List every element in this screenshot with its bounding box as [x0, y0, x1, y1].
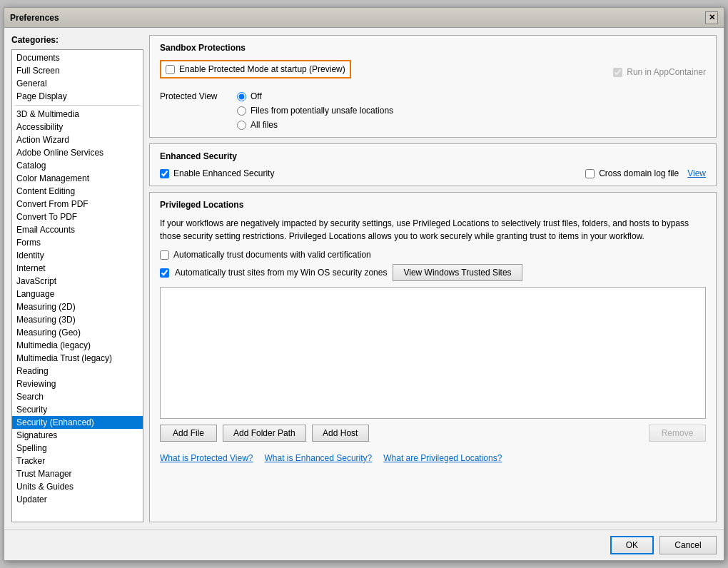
sidebar-item-action-wizard[interactable]: Action Wizard — [12, 133, 143, 146]
radio-all-files[interactable] — [237, 121, 246, 130]
view-trusted-sites-button[interactable]: View Windows Trusted Sites — [393, 264, 522, 281]
sidebar-item-convert-to-pdf[interactable]: Convert To PDF — [12, 211, 143, 223]
categories-list: Documents Full Screen General Page Displ… — [11, 49, 143, 522]
radio-off-label[interactable]: Off — [251, 91, 262, 101]
radio-files-unsafe[interactable] — [237, 106, 246, 116]
what-is-enhanced-security-link[interactable]: What is Enhanced Security? — [265, 453, 373, 463]
radio-all-files-row: All files — [237, 120, 393, 130]
sidebar-item-accessibility[interactable]: Accessibility — [12, 121, 143, 133]
sidebar-item-adobe-online-services[interactable]: Adobe Online Services — [12, 146, 143, 159]
protected-view-radio-group: Off Files from potentially unsafe locati… — [237, 91, 393, 130]
what-are-privileged-locations-link[interactable]: What are Privileged Locations? — [383, 453, 502, 463]
trusted-sites-row: Automatically trust sites from my Win OS… — [160, 264, 706, 281]
sidebar-item-trust-manager[interactable]: Trust Manager — [12, 467, 143, 480]
what-is-protected-view-link[interactable]: What is Protected View? — [160, 453, 253, 463]
auto-trust-cert-row: Automatically trust documents with valid… — [160, 250, 706, 260]
window-body: Categories: Documents Full Screen Genera… — [4, 28, 724, 529]
sidebar-item-general[interactable]: General — [12, 77, 143, 90]
sidebar-item-measuring-geo[interactable]: Measuring (Geo) — [12, 326, 143, 339]
run-in-app-container-checkbox — [613, 68, 622, 77]
sidebar-item-tracker[interactable]: Tracker — [12, 455, 143, 467]
remove-button: Remove — [649, 425, 706, 442]
close-button[interactable]: ✕ — [705, 11, 718, 24]
sidebar-divider-1 — [15, 105, 140, 106]
privileged-locations-title: Privileged Locations — [160, 200, 706, 210]
radio-files-unsafe-label[interactable]: Files from potentially unsafe locations — [251, 106, 393, 116]
sandbox-top-row: Enable Protected Mode at startup (Previe… — [160, 60, 706, 84]
ok-button[interactable]: OK — [610, 536, 654, 554]
sidebar-item-page-display[interactable]: Page Display — [12, 90, 143, 103]
add-file-button[interactable]: Add File — [160, 425, 217, 442]
privileged-locations-listbox — [160, 287, 706, 419]
sidebar-item-content-editing[interactable]: Content Editing — [12, 185, 143, 198]
enable-enhanced-security-checkbox[interactable] — [160, 169, 169, 178]
sidebar-item-full-screen[interactable]: Full Screen — [12, 64, 143, 77]
categories-label: Categories: — [11, 35, 143, 45]
add-host-button[interactable]: Add Host — [312, 425, 369, 442]
sidebar-item-signatures[interactable]: Signatures — [12, 429, 143, 442]
sandbox-section: Sandbox Protections Enable Protected Mod… — [149, 35, 717, 138]
preferences-window: Preferences ✕ Categories: Documents Full… — [4, 7, 724, 561]
auto-trust-sites-checkbox[interactable] — [160, 268, 169, 278]
radio-files-unsafe-row: Files from potentially unsafe locations — [237, 106, 393, 116]
sidebar-item-3d-multimedia[interactable]: 3D & Multimedia — [12, 108, 143, 121]
cross-domain-log-label[interactable]: Cross domain log file — [599, 168, 679, 178]
run-in-app-container-row: Run in AppContainer — [613, 67, 706, 77]
protected-view-label: Protected View — [160, 91, 231, 101]
sidebar-item-measuring-3d[interactable]: Measuring (3D) — [12, 313, 143, 326]
protected-view-section: Protected View Off Files from potentiall… — [160, 91, 706, 130]
auto-trust-cert-checkbox[interactable] — [160, 250, 169, 260]
sidebar-item-reading[interactable]: Reading — [12, 365, 143, 377]
bottom-links: What is Protected View? What is Enhanced… — [160, 449, 706, 463]
sidebar-item-measuring-2d[interactable]: Measuring (2D) — [12, 300, 143, 313]
sidebar-item-convert-from-pdf[interactable]: Convert From PDF — [12, 198, 143, 211]
radio-all-files-label[interactable]: All files — [251, 120, 278, 130]
sidebar-item-multimedia-legacy[interactable]: Multimedia (legacy) — [12, 339, 143, 352]
privileged-locations-description: If your workflows are negatively impacte… — [160, 217, 706, 243]
cross-domain-log-checkbox[interactable] — [585, 169, 595, 178]
sidebar-item-search[interactable]: Search — [12, 390, 143, 403]
footer: OK Cancel — [4, 529, 724, 560]
privileged-locations-section: Privileged Locations If your workflows a… — [149, 192, 717, 522]
sidebar-item-forms[interactable]: Forms — [12, 236, 143, 249]
main-content: Sandbox Protections Enable Protected Mod… — [149, 35, 717, 522]
add-buttons-row: Add File Add Folder Path Add Host Remove — [160, 425, 706, 442]
enhanced-security-title: Enhanced Security — [160, 151, 706, 161]
cancel-button[interactable]: Cancel — [659, 536, 717, 554]
enable-protected-mode-checkbox[interactable] — [166, 65, 175, 74]
sidebar-item-language[interactable]: Language — [12, 288, 143, 300]
sidebar-item-security-enhanced[interactable]: Security (Enhanced) — [12, 416, 143, 429]
title-bar: Preferences ✕ — [4, 8, 724, 28]
sidebar-item-units-guides[interactable]: Units & Guides — [12, 480, 143, 493]
sidebar-item-color-management[interactable]: Color Management — [12, 172, 143, 185]
sandbox-title: Sandbox Protections — [160, 43, 706, 53]
enhanced-security-row: Enable Enhanced Security Cross domain lo… — [160, 168, 706, 178]
enhanced-security-right: Cross domain log file View — [585, 168, 706, 178]
sidebar-item-spelling[interactable]: Spelling — [12, 442, 143, 455]
sidebar-item-javascript[interactable]: JavaScript — [12, 275, 143, 288]
enhanced-security-left: Enable Enhanced Security — [160, 168, 274, 178]
enhanced-security-section: Enhanced Security Enable Enhanced Securi… — [149, 143, 717, 186]
view-link[interactable]: View — [687, 168, 706, 178]
sidebar-item-multimedia-trust-legacy[interactable]: Multimedia Trust (legacy) — [12, 352, 143, 365]
sidebar-item-security[interactable]: Security — [12, 403, 143, 416]
sidebar-item-updater[interactable]: Updater — [12, 493, 143, 506]
enable-enhanced-security-label[interactable]: Enable Enhanced Security — [173, 168, 274, 178]
window-title: Preferences — [10, 13, 705, 23]
radio-off[interactable] — [237, 92, 246, 101]
sidebar-item-internet[interactable]: Internet — [12, 262, 143, 275]
sidebar-item-reviewing[interactable]: Reviewing — [12, 377, 143, 390]
sidebar-item-identity[interactable]: Identity — [12, 249, 143, 262]
auto-trust-sites-label[interactable]: Automatically trust sites from my Win OS… — [175, 268, 387, 278]
radio-off-row: Off — [237, 91, 393, 101]
sidebar-item-documents[interactable]: Documents — [12, 51, 143, 64]
sidebar: Categories: Documents Full Screen Genera… — [11, 35, 143, 522]
enable-protected-mode-row: Enable Protected Mode at startup (Previe… — [160, 60, 351, 78]
sidebar-item-catalog[interactable]: Catalog — [12, 159, 143, 172]
run-in-app-container-label: Run in AppContainer — [627, 67, 706, 77]
enable-protected-mode-label[interactable]: Enable Protected Mode at startup (Previe… — [179, 64, 345, 74]
auto-trust-cert-label[interactable]: Automatically trust documents with valid… — [173, 250, 371, 260]
add-folder-path-button[interactable]: Add Folder Path — [223, 425, 306, 442]
sidebar-item-email-accounts[interactable]: Email Accounts — [12, 223, 143, 236]
